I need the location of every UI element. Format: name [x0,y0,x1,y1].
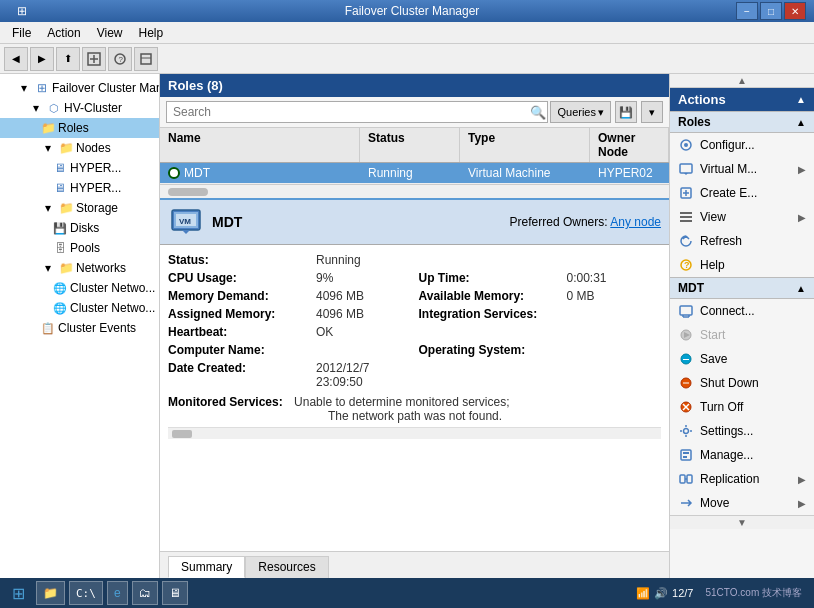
menu-action[interactable]: Action [39,24,88,42]
menu-file[interactable]: File [4,24,39,42]
tree-label-storage: Storage [76,201,118,215]
svg-rect-31 [680,475,685,483]
table-row[interactable]: MDT Running Virtual Machine HYPER02 [160,163,669,184]
action-configure[interactable]: Configur... [670,133,814,157]
app-taskbar[interactable]: 🗂 [132,581,158,605]
tree-item-nodes[interactable]: ▾ 📁 Nodes [0,138,159,158]
ie-taskbar[interactable]: e [107,581,128,605]
operating-system-value [567,343,662,357]
tree-item-pools[interactable]: 🗄 Pools [0,238,159,258]
window-title: Failover Cluster Manager [88,4,736,18]
monitored-services-value: Unable to determine monitored services; [294,395,509,409]
roles-section-label: Roles [678,115,711,129]
tree-item-hyper2[interactable]: 🖥 HYPER... [0,178,159,198]
preferred-owners-link[interactable]: Any node [610,215,661,229]
table-header: Name Status Type Owner Node [160,128,669,163]
action-create-e[interactable]: Create E... [670,181,814,205]
forward-button[interactable]: ▶ [30,47,54,71]
cmd-taskbar[interactable]: C:\ [69,581,103,605]
help-icon: ? [678,257,694,273]
action-virtual-m[interactable]: Virtual M... ▶ [670,157,814,181]
tree-label-roles: Roles [58,121,89,135]
action-shutdown[interactable]: Shut Down [670,371,814,395]
right-scroll-bottom[interactable]: ▼ [670,515,814,529]
more-options-button[interactable]: ▾ [641,101,663,123]
action-save[interactable]: Save [670,347,814,371]
tree-item-hyper1[interactable]: 🖥 HYPER... [0,158,159,178]
toolbar-btn-1[interactable] [82,47,106,71]
explorer-taskbar[interactable]: 📁 [36,581,65,605]
menu-help[interactable]: Help [131,24,172,42]
action-manage[interactable]: Manage... [670,443,814,467]
h-scrollbar[interactable] [160,184,669,198]
save-query-button[interactable]: 💾 [615,101,637,123]
tree-item-root[interactable]: ▾ ⊞ Failover Cluster Manage... [0,78,159,98]
cnet2-icon: 🌐 [52,300,68,316]
action-turnoff[interactable]: Turn Off [670,395,814,419]
tree-label-root: Failover Cluster Manage... [52,81,160,95]
tree-label-cnet2: Cluster Netwo... [70,301,155,315]
action-view[interactable]: View ▶ [670,205,814,229]
tree-label-hv-cluster: HV-Cluster [64,101,122,115]
tab-summary[interactable]: Summary [168,556,245,578]
connect-icon [678,303,694,319]
tree-item-storage[interactable]: ▾ 📁 Storage [0,198,159,218]
date-created-label: Date Created: [168,361,308,389]
network-icon: 📶 [636,587,650,600]
action-help[interactable]: ? Help [670,253,814,277]
maximize-button[interactable]: □ [760,2,782,20]
row-type: Virtual Machine [460,163,590,183]
mdt-section-label: MDT [678,281,704,295]
toolbar-btn-2[interactable]: ? [108,47,132,71]
roles-header: Roles (8) [160,74,669,97]
tree-item-hv-cluster[interactable]: ▾ ⬡ HV-Cluster [0,98,159,118]
tree-item-events[interactable]: 📋 Cluster Events [0,318,159,338]
svg-rect-29 [683,452,689,454]
tree-label-hyper1: HYPER... [70,161,121,175]
menu-view[interactable]: View [89,24,131,42]
tree-label-nodes: Nodes [76,141,111,155]
back-button[interactable]: ◀ [4,47,28,71]
svg-rect-13 [680,216,692,218]
networks-expand-icon: ▾ [40,260,56,276]
start-orb[interactable]: ⊞ [4,581,32,605]
title-bar: ⊞ Failover Cluster Manager − □ ✕ [0,0,814,22]
refresh-label: Refresh [700,234,806,248]
toolbar-btn-3[interactable] [134,47,158,71]
tree-label-cnet1: Cluster Netwo... [70,281,155,295]
mdt-section-header: MDT ▲ [670,277,814,299]
mdt-section-arrow: ▲ [796,283,806,294]
tree-item-disks[interactable]: 💾 Disks [0,218,159,238]
uptime-label: Up Time: [419,271,559,285]
queries-button[interactable]: Queries ▾ [550,101,611,123]
detail-hscroll[interactable] [168,427,661,439]
up-button[interactable]: ⬆ [56,47,80,71]
action-replication[interactable]: Replication ▶ [670,467,814,491]
svg-text:VM: VM [179,217,191,226]
action-connect[interactable]: Connect... [670,299,814,323]
settings-label: Settings... [700,424,806,438]
view-icon [678,209,694,225]
vm-icon: VM [168,204,204,240]
close-button[interactable]: ✕ [784,2,806,20]
minimize-button[interactable]: − [736,2,758,20]
row-owner: HYPER02 [590,163,669,183]
tree-item-roles[interactable]: 📁 Roles [0,118,159,138]
tree-item-cnet2[interactable]: 🌐 Cluster Netwo... [0,298,159,318]
tree-item-networks[interactable]: ▾ 📁 Networks [0,258,159,278]
detail-content: Status: Running CPU Usage: 9% Up Time: 0… [160,245,669,551]
action-refresh[interactable]: Refresh [670,229,814,253]
tree-item-cnet1[interactable]: 🌐 Cluster Netwo... [0,278,159,298]
col-status: Status [360,128,460,162]
search-input[interactable] [166,101,548,123]
server-manager-taskbar[interactable]: 🖥 [162,581,188,605]
action-move[interactable]: Move ▶ [670,491,814,515]
search-bar: 🔍 Queries ▾ 💾 ▾ [160,97,669,128]
right-scroll-top[interactable]: ▲ [670,74,814,88]
tab-resources[interactable]: Resources [245,556,328,578]
action-settings[interactable]: Settings... [670,419,814,443]
tree-label-networks: Networks [76,261,126,275]
svg-rect-3 [141,54,151,64]
detail-tabs: Summary Resources [160,551,669,578]
monitored-services-row: Monitored Services: Unable to determine … [168,395,661,423]
